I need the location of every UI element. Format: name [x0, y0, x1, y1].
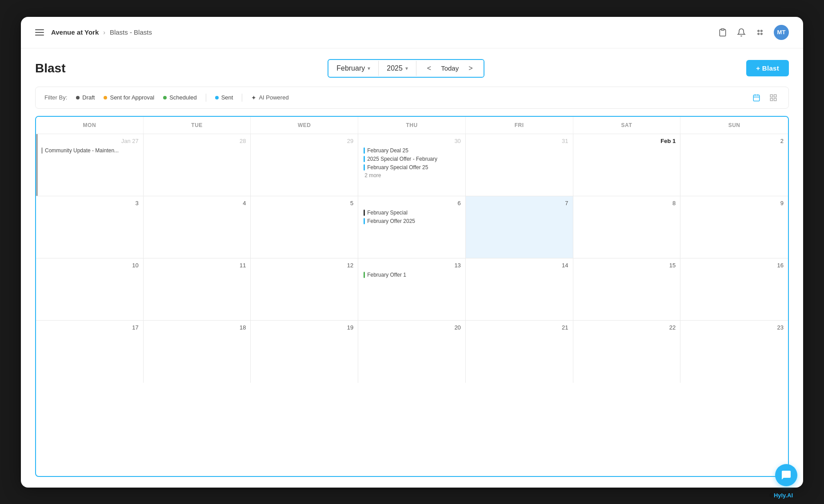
day-31[interactable]: 31 [466, 134, 573, 196]
day-number: 28 [148, 138, 246, 144]
year-chevron-icon: ▾ [405, 65, 408, 71]
day-number: 4 [148, 200, 246, 206]
user-avatar[interactable]: MT [774, 25, 789, 40]
event-feb-deal-25[interactable]: February Deal 25 [363, 147, 461, 154]
day-22[interactable]: 22 [573, 321, 681, 383]
day-number: 14 [470, 262, 568, 269]
day-number: 18 [148, 324, 246, 331]
main-content: Blast February ▾ 2025 ▾ < Today > + Blas… [21, 48, 803, 488]
day-18[interactable]: 18 [144, 321, 251, 383]
day-17[interactable]: 17 [36, 321, 144, 383]
day-19[interactable]: 19 [251, 321, 358, 383]
day-number: 7 [470, 200, 568, 206]
next-month-button[interactable]: > [465, 63, 476, 73]
event-label: February Offer 2025 [367, 218, 415, 224]
prev-month-button[interactable]: < [424, 63, 435, 73]
today-button[interactable]: Today [436, 63, 463, 73]
filter-draft-label: Draft [82, 94, 95, 101]
day-number: 5 [255, 200, 353, 206]
add-blast-button[interactable]: + Blast [746, 60, 789, 76]
day-number: 21 [470, 324, 568, 331]
day-feb1[interactable]: Feb 1 [573, 134, 681, 196]
day-7-today[interactable]: 7 [466, 196, 573, 258]
day-29[interactable]: 29 [251, 134, 358, 196]
day-11[interactable]: 11 [144, 258, 251, 320]
draft-dot-icon [76, 96, 80, 99]
event-feb-offer-1[interactable]: February Offer 1 [363, 271, 461, 278]
day-4[interactable]: 4 [144, 196, 251, 258]
month-selector[interactable]: February ▾ [328, 61, 379, 76]
event-label: February Special [367, 210, 408, 216]
event-bar-icon [41, 147, 43, 154]
filter-left: Filter By: Draft Sent for Approval Sched… [44, 94, 289, 102]
event-label: 2025 Special Offer - February [367, 156, 437, 162]
grid-view-icon[interactable] [767, 91, 780, 104]
filter-ai-powered[interactable]: ✦ AI Powered [251, 94, 288, 101]
day-10[interactable]: 10 [36, 258, 144, 320]
day-9[interactable]: 9 [680, 196, 788, 258]
filter-sent-label: Sent [221, 94, 233, 101]
calendar-week-3: 10 11 12 13 February Offer 1 [36, 258, 788, 321]
site-name[interactable]: Avenue at York [51, 28, 99, 36]
breadcrumb-current: Blasts - Blasts [110, 28, 152, 36]
month-label: February [336, 64, 365, 72]
calendar-view-icon[interactable] [750, 91, 763, 104]
day-stripe [36, 134, 38, 196]
filter-approval-label: Sent for Approval [110, 94, 154, 101]
day-14[interactable]: 14 [466, 258, 573, 320]
more-events-link[interactable]: 2 more [363, 172, 461, 179]
clipboard-icon[interactable] [718, 28, 728, 37]
day-28[interactable]: 28 [144, 134, 251, 196]
day-number: 10 [40, 262, 139, 269]
day-jan27[interactable]: Jan 27 Community Update - Mainten... [36, 134, 144, 196]
apps-icon[interactable] [755, 28, 765, 37]
filter-scheduled[interactable]: Scheduled [163, 94, 196, 101]
day-6[interactable]: 6 February Special February Offer 2025 [358, 196, 466, 258]
filter-sent-for-approval[interactable]: Sent for Approval [104, 94, 154, 101]
event-bar-icon [364, 218, 365, 224]
header-thu: THU [358, 117, 466, 134]
day-8[interactable]: 8 [573, 196, 681, 258]
svg-rect-9 [770, 95, 772, 97]
svg-rect-10 [774, 95, 776, 97]
day-2[interactable]: 2 [680, 134, 788, 196]
event-feb-special-offer-25[interactable]: February Special Offer 25 [363, 164, 461, 171]
event-community-update[interactable]: Community Update - Mainten... [40, 147, 139, 154]
day-number: 23 [685, 324, 784, 331]
day-3[interactable]: 3 [36, 196, 144, 258]
filter-right [750, 91, 780, 104]
day-number: 15 [578, 262, 676, 269]
filter-label: Filter By: [44, 94, 67, 101]
day-20[interactable]: 20 [358, 321, 466, 383]
day-5[interactable]: 5 [251, 196, 358, 258]
calendar-body: Jan 27 Community Update - Mainten... 28 … [36, 134, 788, 445]
calendar-week-4: 17 18 19 20 21 22 [36, 321, 788, 383]
calendar-week-1: Jan 27 Community Update - Mainten... 28 … [36, 134, 788, 196]
event-2025-special-offer[interactable]: 2025 Special Offer - February [363, 155, 461, 163]
svg-rect-5 [753, 95, 760, 101]
svg-rect-0 [721, 28, 724, 30]
day-12[interactable]: 12 [251, 258, 358, 320]
watermark: ©Hyly.AI [769, 492, 793, 499]
event-label: February Deal 25 [367, 147, 408, 154]
day-21[interactable]: 21 [466, 321, 573, 383]
day-number: 22 [578, 324, 676, 331]
filter-draft[interactable]: Draft [76, 94, 95, 101]
day-23[interactable]: 23 [680, 321, 788, 383]
chat-button[interactable] [775, 464, 797, 486]
hamburger-menu[interactable] [35, 29, 44, 36]
header-row: Blast February ▾ 2025 ▾ < Today > + Blas… [35, 59, 789, 78]
day-15[interactable]: 15 [573, 258, 681, 320]
event-feb-offer-2025[interactable]: February Offer 2025 [363, 218, 461, 225]
year-selector[interactable]: 2025 ▾ [379, 61, 416, 76]
day-13[interactable]: 13 February Offer 1 [358, 258, 466, 320]
day-number: 8 [578, 200, 676, 206]
day-30[interactable]: 30 February Deal 25 2025 Special Offer -… [358, 134, 466, 196]
filter-sent[interactable]: Sent [215, 94, 233, 101]
event-feb-special[interactable]: February Special [363, 209, 461, 216]
bell-icon[interactable] [736, 28, 746, 37]
day-number: 30 [363, 138, 461, 144]
day-number: 12 [255, 262, 353, 269]
svg-rect-11 [770, 98, 772, 100]
day-16[interactable]: 16 [680, 258, 788, 320]
